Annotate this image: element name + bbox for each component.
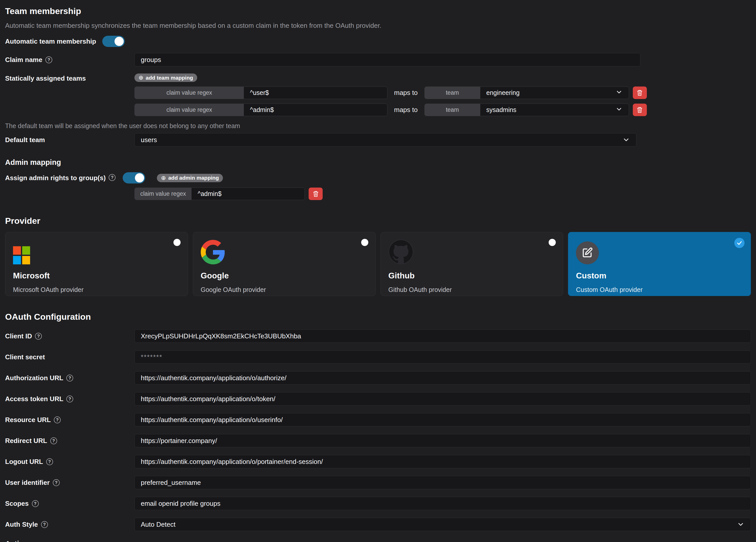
scopes-label: Scopes (5, 500, 29, 508)
help-icon[interactable]: ? (32, 500, 39, 507)
auth-style-label: Auth Style (5, 521, 38, 528)
assign-admin-rights-label: Assign admin rights to group(s) (5, 174, 106, 182)
team-select-group: team sysadmins (424, 104, 629, 116)
help-icon[interactable]: ? (50, 437, 57, 444)
provider-card-description: Google OAuth provider (201, 286, 368, 294)
radio-selected-check-icon[interactable] (734, 238, 745, 248)
authorization-url-row: Authorization URL ? https://authentik.co… (5, 371, 751, 385)
team-select-value: sysadmins (486, 106, 516, 113)
provider-card-name: Github (388, 271, 556, 281)
client-secret-label: Client secret (5, 353, 45, 361)
maps-to-label: maps to (394, 89, 418, 97)
redirect-url-label: Redirect URL (5, 437, 47, 445)
help-icon[interactable]: ? (66, 375, 73, 382)
oauth-configuration-title: OAuth Configuration (5, 312, 751, 322)
team-select[interactable]: engineering (480, 87, 629, 99)
admin-mapping-claim-row: claim value regex ^admin$ (134, 187, 751, 200)
claim-regex-group: claim value regex ^user$ (134, 86, 387, 99)
redirect-url-row: Redirect URL ? https://portainer.company… (5, 434, 751, 447)
default-team-select[interactable]: users (134, 133, 636, 146)
statically-assigned-teams-row: Statically assigned teams ⊕ add team map… (5, 73, 751, 116)
access-token-url-input[interactable]: https://authentik.company/application/o/… (134, 392, 751, 406)
delete-team-mapping-button[interactable] (633, 86, 647, 99)
claim-regex-input[interactable]: ^admin$ (192, 188, 305, 200)
delete-admin-mapping-button[interactable] (309, 187, 323, 200)
add-admin-mapping-button[interactable]: ⊕ add admin mapping (157, 174, 223, 182)
access-token-url-label: Access token URL (5, 395, 63, 403)
chevron-down-icon (615, 106, 623, 114)
add-team-mapping-button[interactable]: ⊕ add team mapping (134, 73, 197, 82)
resource-url-input[interactable]: https://authentik.company/application/o/… (134, 413, 751, 426)
help-icon[interactable]: ? (35, 333, 42, 340)
team-membership-title: Team membership (5, 6, 751, 16)
team-mapping-row: claim value regex ^user$ maps to team en… (134, 86, 751, 99)
claim-regex-addon: claim value regex (135, 188, 192, 200)
help-icon[interactable]: ? (41, 521, 48, 528)
team-membership-description: Automatic team membership synchronizes t… (5, 22, 751, 30)
automatic-team-membership-row: Automatic team membership (5, 36, 751, 47)
provider-title: Provider (5, 216, 751, 226)
radio-unselected-icon[interactable] (361, 239, 368, 246)
chevron-down-icon (615, 88, 623, 97)
provider-card-description: Microsoft OAuth provider (13, 286, 180, 294)
help-icon[interactable]: ? (66, 396, 73, 403)
admin-mapping-title: Admin mapping (5, 158, 751, 167)
delete-team-mapping-button[interactable] (633, 104, 647, 116)
provider-card-google[interactable]: Google Google OAuth provider (193, 232, 376, 296)
help-icon[interactable]: ? (46, 458, 53, 465)
team-addon: team (425, 104, 480, 116)
team-select-value: engineering (486, 89, 520, 96)
claim-name-label: Claim name (5, 56, 42, 64)
actions-title: Actions (5, 540, 751, 542)
provider-card-microsoft[interactable]: Microsoft Microsoft OAuth provider (5, 232, 188, 296)
help-icon[interactable]: ? (53, 479, 60, 486)
team-mapping-row: claim value regex ^admin$ maps to team s… (134, 104, 751, 116)
provider-card-name: Custom (576, 271, 743, 281)
client-secret-input[interactable]: ******* (134, 350, 751, 364)
claim-regex-input[interactable]: ^admin$ (244, 104, 387, 116)
automatic-team-membership-toggle[interactable] (102, 36, 125, 47)
help-icon[interactable]: ? (109, 174, 116, 181)
claim-name-row: Claim name ? groups (5, 53, 751, 66)
toggle-knob (115, 37, 124, 46)
authorization-url-input[interactable]: https://authentik.company/application/o/… (134, 371, 751, 385)
auth-style-value: Auto Detect (141, 521, 175, 528)
help-icon[interactable]: ? (45, 56, 52, 63)
authorization-url-label: Authorization URL (5, 374, 63, 382)
auth-style-select[interactable]: Auto Detect (134, 518, 751, 531)
toggle-knob (135, 173, 144, 182)
radio-unselected-icon[interactable] (173, 239, 181, 246)
client-id-row: Client ID ? XrecyPLpSUHDHrLpQqXK8sm2EkCH… (5, 330, 751, 343)
scopes-input[interactable]: email openid profile groups (134, 497, 751, 510)
default-team-label: Default team (5, 136, 134, 144)
trash-icon (313, 191, 319, 197)
trash-icon (637, 107, 643, 113)
provider-grid: Microsoft Microsoft OAuth provider Googl… (5, 232, 751, 296)
assign-admin-rights-toggle[interactable] (123, 172, 145, 183)
chevron-down-icon (622, 136, 630, 144)
provider-card-github[interactable]: Github Github OAuth provider (381, 232, 563, 296)
assign-admin-rights-row: Assign admin rights to group(s) ? ⊕ add … (5, 172, 751, 183)
claim-name-input[interactable]: groups (134, 53, 640, 66)
github-logo-icon (389, 239, 413, 264)
client-secret-row: Client secret ******* (5, 350, 751, 364)
default-team-row: Default team users (5, 133, 751, 146)
google-logo-icon (201, 240, 225, 264)
user-identifier-row: User identifier ? preferred_username (5, 476, 751, 489)
microsoft-logo-icon (13, 246, 30, 264)
provider-card-custom[interactable]: Custom Custom OAuth provider (568, 232, 751, 296)
add-admin-mapping-label: add admin mapping (168, 175, 219, 181)
resource-url-row: Resource URL ? https://authentik.company… (5, 413, 751, 426)
redirect-url-input[interactable]: https://portainer.company/ (134, 434, 751, 447)
team-select[interactable]: sysadmins (480, 104, 629, 116)
help-icon[interactable]: ? (54, 417, 61, 423)
claim-regex-input[interactable]: ^user$ (244, 87, 387, 99)
user-identifier-input[interactable]: preferred_username (134, 476, 751, 489)
client-id-input[interactable]: XrecyPLpSUHDHrLpQqXK8sm2EkCHcTe3UBUbXhba (134, 330, 751, 343)
automatic-team-membership-label: Automatic team membership (5, 37, 96, 45)
logout-url-input[interactable]: https://authentik.company/application/o/… (134, 455, 751, 468)
trash-icon (637, 90, 643, 96)
maps-to-label: maps to (394, 106, 418, 114)
claim-regex-addon: claim value regex (135, 104, 244, 116)
statically-assigned-teams-label: Statically assigned teams (5, 74, 134, 82)
